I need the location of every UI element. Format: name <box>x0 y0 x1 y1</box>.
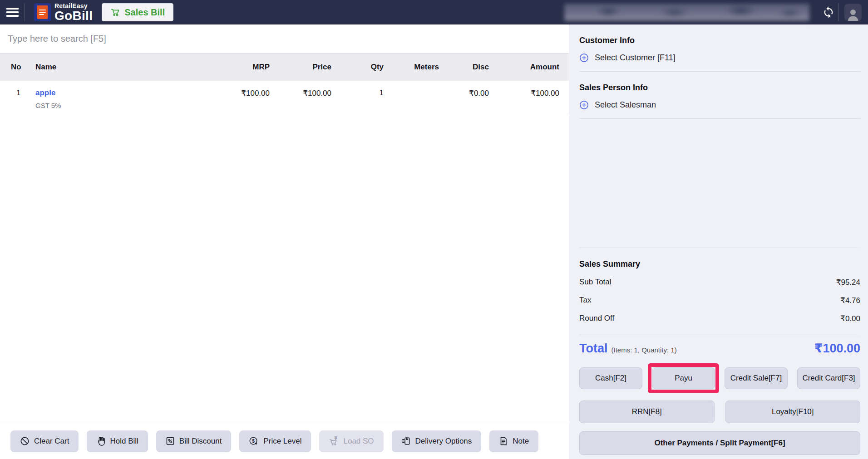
tax-value: ₹4.76 <box>840 296 860 305</box>
hamburger-menu-button[interactable] <box>0 0 25 24</box>
price-level-label: Price Level <box>263 437 301 446</box>
checkout-panel: Customer Info Select Customer [F11] Sale… <box>569 24 868 459</box>
credit-card-button[interactable]: Credit Card[F3] <box>797 367 860 389</box>
brand-name-top: RetailEasy <box>54 3 93 9</box>
clear-cart-button[interactable]: Clear Cart <box>10 430 79 452</box>
header-amount: Amount <box>489 63 559 72</box>
hand-icon <box>96 436 105 446</box>
row-amount: ₹100.00 <box>489 88 559 98</box>
item-tax-label: GST 5% <box>35 102 215 109</box>
header-qty: Qty <box>331 63 384 72</box>
bottom-action-bar: Clear Cart Hold Bill <box>0 423 569 459</box>
payu-highlight-box: Payu <box>648 363 719 393</box>
roundoff-label: Round Off <box>579 314 614 323</box>
cart-icon <box>110 7 120 17</box>
item-name-link[interactable]: apple <box>35 88 55 98</box>
app-logo: RetailEasy GoBill <box>34 3 93 22</box>
note-label: Note <box>513 437 529 446</box>
delivery-options-label: Delivery Options <box>415 437 472 446</box>
total-label: Total <box>579 342 608 356</box>
sales-summary-title: Sales Summary <box>579 259 860 269</box>
sales-person-title: Sales Person Info <box>579 83 860 93</box>
header-mrp: MRP <box>215 63 270 72</box>
roundoff-row: Round Off ₹0.00 <box>579 314 860 323</box>
refresh-icon <box>822 6 835 19</box>
select-salesman-button[interactable]: Select Salesman <box>579 100 656 110</box>
items-table-header: No Name MRP Price Qty Meters Disc Amount <box>0 54 569 81</box>
rrn-button[interactable]: RRN[F8] <box>579 400 715 423</box>
sales-person-section: Sales Person Info Select Salesman <box>579 72 860 119</box>
top-navbar: RetailEasy GoBill Sales Bill <box>0 0 868 24</box>
item-search-input[interactable] <box>0 24 569 54</box>
sales-bill-tab[interactable]: Sales Bill <box>102 3 173 21</box>
navbar-divider <box>838 3 839 21</box>
select-salesman-label: Select Salesman <box>595 100 656 110</box>
percent-receipt-icon <box>166 436 175 446</box>
customer-info-title: Customer Info <box>579 36 860 45</box>
delivery-options-button[interactable]: Delivery Options <box>392 430 482 452</box>
subtotal-label: Sub Total <box>579 278 612 287</box>
row-disc: ₹0.00 <box>439 88 489 98</box>
payu-payment-button[interactable]: Payu <box>652 367 715 389</box>
subtotal-value: ₹95.24 <box>836 278 860 287</box>
table-row: 1 apple GST 5% ₹100.00 ₹100.00 1 ₹0.00 ₹… <box>0 81 569 115</box>
clear-cart-label: Clear Cart <box>34 437 69 446</box>
plus-circle-icon <box>579 53 589 63</box>
navbar-divider <box>25 3 25 21</box>
refresh-button[interactable] <box>819 0 838 24</box>
load-so-button: $ Load SO <box>319 430 383 452</box>
blurred-store-name <box>564 4 809 21</box>
sales-summary-section: Sales Summary Sub Total ₹95.24 Tax ₹4.76… <box>579 248 860 323</box>
select-customer-label: Select Customer [F11] <box>595 53 676 63</box>
tax-label: Tax <box>579 296 591 305</box>
delivery-box-icon <box>401 436 411 446</box>
total-amount: ₹100.00 <box>814 341 860 356</box>
select-customer-button[interactable]: Select Customer [F11] <box>579 53 676 63</box>
roundoff-value: ₹0.00 <box>840 314 860 323</box>
sales-bill-label: Sales Bill <box>124 7 165 18</box>
header-meters: Meters <box>384 63 439 72</box>
row-no: 1 <box>0 88 35 98</box>
header-price: Price <box>270 63 331 72</box>
main-area: No Name MRP Price Qty Meters Disc Amount… <box>0 24 868 459</box>
cart-dollar-icon: $ <box>329 436 339 446</box>
svg-text:$: $ <box>335 436 337 440</box>
tax-row: Tax ₹4.76 <box>579 296 860 305</box>
note-document-icon <box>499 436 508 446</box>
other-payments-button[interactable]: Other Payments / Split Payment[F6] <box>579 431 860 455</box>
customer-info-section: Customer Info Select Customer [F11] <box>579 24 860 72</box>
gobill-logo-icon <box>34 3 51 21</box>
loyalty-button[interactable]: Loyalty[F10] <box>725 400 861 423</box>
row-price: ₹100.00 <box>270 88 331 98</box>
header-name: Name <box>35 63 215 72</box>
credit-sale-button[interactable]: Credit Sale[F7] <box>725 367 788 389</box>
row-mrp: ₹100.00 <box>215 88 270 98</box>
price-level-button[interactable]: $ Price Level <box>239 430 311 452</box>
payment-buttons: Cash[F2] Payu Credit Sale[F7] Credit Car… <box>579 367 860 455</box>
bill-discount-button[interactable]: Bill Discount <box>156 430 232 452</box>
svg-text:$: $ <box>252 438 255 443</box>
slash-circle-icon <box>20 436 30 446</box>
note-button[interactable]: Note <box>489 430 538 452</box>
bill-discount-label: Bill Discount <box>179 437 222 446</box>
hold-bill-button[interactable]: Hold Bill <box>87 430 148 452</box>
billing-area: No Name MRP Price Qty Meters Disc Amount… <box>0 24 569 459</box>
row-qty[interactable]: 1 <box>331 88 384 98</box>
user-icon <box>846 8 860 21</box>
cash-payment-button[interactable]: Cash[F2] <box>579 367 642 389</box>
dollar-circle-icon: $ <box>249 436 259 446</box>
total-row: Total (Items: 1, Quantity: 1) ₹100.00 <box>579 335 860 356</box>
user-avatar-button[interactable] <box>844 4 862 21</box>
brand-name-bottom: GoBill <box>54 10 93 22</box>
header-no: No <box>0 63 35 72</box>
total-items-meta: (Items: 1, Quantity: 1) <box>612 346 677 354</box>
plus-circle-icon <box>579 100 589 110</box>
hold-bill-label: Hold Bill <box>110 437 138 446</box>
subtotal-row: Sub Total ₹95.24 <box>579 278 860 287</box>
gobill-app: RetailEasy GoBill Sales Bill <box>0 0 868 459</box>
load-so-label: Load SO <box>343 437 374 446</box>
header-disc: Disc <box>439 63 489 72</box>
